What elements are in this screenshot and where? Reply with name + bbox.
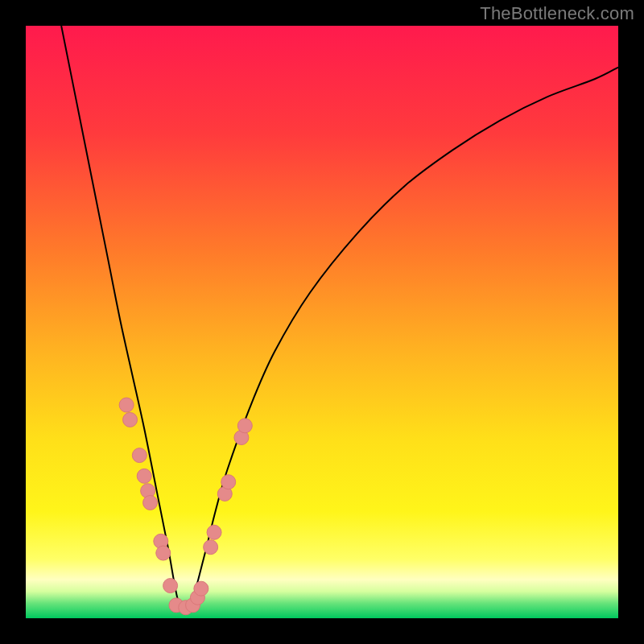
- scatter-point: [123, 412, 138, 427]
- scatter-point: [207, 525, 221, 539]
- scatter-point: [119, 398, 134, 412]
- chart-svg: [26, 26, 618, 618]
- plot-area: [26, 26, 618, 618]
- watermark-text: TheBottleneck.com: [480, 3, 634, 24]
- scatter-point: [204, 540, 218, 555]
- scatter-point: [221, 475, 236, 489]
- scatter-point: [163, 579, 178, 593]
- scatter-point: [132, 448, 147, 463]
- scatter-point: [156, 546, 171, 560]
- scatter-point: [237, 419, 252, 433]
- chart-frame: TheBottleneck.com: [0, 0, 644, 644]
- scatter-point: [194, 581, 208, 596]
- gradient-background: [26, 26, 618, 618]
- scatter-point: [137, 469, 151, 483]
- scatter-point: [143, 495, 158, 510]
